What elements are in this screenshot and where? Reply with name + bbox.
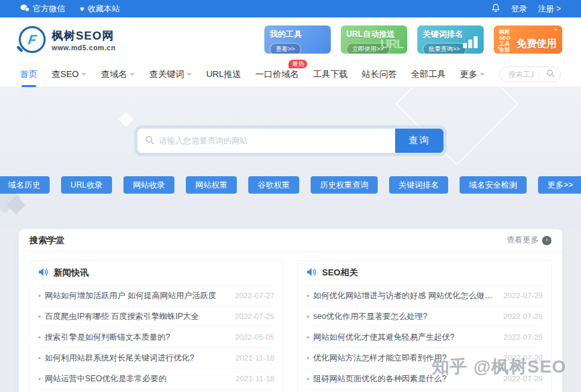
tool-search-button[interactable] (540, 67, 560, 82)
query-button[interactable]: 查询 (395, 129, 443, 153)
quick-link-more[interactable]: 更多>> (538, 176, 581, 194)
quick-link-url-index[interactable]: URL收录 (61, 176, 112, 194)
chevron-down-icon (187, 73, 192, 76)
view-more-link[interactable]: 查看更多 › (507, 235, 551, 246)
promo-title: 免费使用 (517, 38, 557, 50)
tool-search-input[interactable] (500, 70, 539, 78)
card-title: 搜索学堂 (30, 235, 64, 247)
site-logo[interactable]: F 枫树SEO网 www.md5.com.cn (19, 26, 115, 53)
promo-action-button[interactable]: 查看>> (270, 43, 301, 54)
favorite-label: 收藏本站 (88, 3, 120, 15)
list-item[interactable]: •网站如何优化才使其避免轻易产生起伏?2022-07-29 (307, 326, 543, 347)
quick-link-google-weight[interactable]: 谷歌权重 (248, 176, 299, 194)
list-item[interactable]: •企业网站页面优化有什么常规的过程与阶段?2022-07-29 (307, 389, 543, 392)
list-item[interactable]: •网站运营中SEO优化是非常必要的2021-11-18 (38, 368, 274, 389)
more-circle-icon: › (542, 236, 551, 245)
promo-card-url-push[interactable]: URL自动推送 立即使用>> URL (341, 25, 407, 54)
nav-item-cha-seo[interactable]: 查SEO (52, 68, 87, 80)
promo-card-free-use[interactable]: ✦ ✦ 枫树SEO工具 全部权益 免费使用 点击查看>> (494, 25, 562, 54)
heart-icon: ♥ (80, 5, 85, 13)
nav-item-url-push[interactable]: URL推送 (206, 68, 241, 80)
site-query-bar: 查询 (138, 129, 443, 153)
search-icon (546, 69, 555, 80)
promo-card-keyword-rank[interactable]: 关键词排名 批量查询>> (417, 25, 484, 54)
quick-links-row: 域名历史 URL收录 网站收录 网站权重 谷歌权重 历史权重查询 关键词排名 域… (0, 176, 581, 194)
quick-link-domain-security[interactable]: 域名安全检测 (460, 176, 527, 194)
nav-item-fixed-price-domain[interactable]: 一口价域名 最热 (255, 68, 299, 80)
site-url: www.md5.com.cn (52, 44, 115, 52)
topbar: 官方微信 ♥ 收藏本站 登录 注册 > (0, 0, 581, 17)
logo-magnifier-icon: F (19, 26, 46, 53)
list-item[interactable]: •如何优化网站增进与访者的好感 网站优化怎么做才能吸引访者浏览2022-07-2… (307, 285, 543, 306)
wechat-label: 官方微信 (33, 3, 65, 15)
site-query-input[interactable] (138, 129, 395, 153)
main-nav: 首页 查SEO 查域名 查关键词 URL推送 一口价域名 最热 工具下载 站长问… (0, 62, 581, 87)
search-school-card: 搜索学堂 查看更多 › 新闻快讯 •网站如何增加活跃用户 如何提高网站用户活跃度… (19, 229, 562, 392)
tool-search-box (499, 66, 561, 82)
quick-link-site-index[interactable]: 网站收录 (123, 176, 174, 194)
chevron-down-icon (480, 73, 485, 76)
column-title: 新闻快讯 (54, 267, 89, 279)
site-name: 枫树SEO网 (52, 28, 115, 44)
login-link[interactable]: 登录 (511, 3, 527, 15)
chevron-down-icon (129, 73, 135, 76)
nav-item-home[interactable]: 首页 (20, 68, 38, 80)
nav-item-cha-domain[interactable]: 查域名 (101, 68, 135, 80)
register-link[interactable]: 注册 > (538, 3, 561, 15)
nav-item-all-tools[interactable]: 全部工具 (411, 68, 445, 80)
column-title: SEO相关 (322, 267, 358, 279)
sparkle-icon: ✦ (496, 45, 501, 51)
decor-diamond (395, 87, 519, 166)
hero-section: 查询 域名历史 URL收录 网站收录 网站权重 谷歌权重 历史权重查询 关键词排… (0, 87, 581, 229)
chevron-down-icon (81, 73, 87, 76)
list-item[interactable]: •阻碍网站页面优化的各种因素是什么?2022-07-29 (307, 368, 543, 389)
list-item[interactable]: •seo优化作用不显著要怎么处理?2022-07-29 (307, 306, 543, 326)
news-column: 新闻快讯 •网站如何增加活跃用户 如何提高网站用户活跃度2022-07-27 •… (29, 260, 284, 392)
list-item[interactable]: •优化网站方法怎样才能立即看到作用?2022-07-29 (307, 347, 543, 368)
list-item[interactable]: •如何利用站群系统对长尾关键词进行优化?2021-11-18 (38, 347, 274, 368)
search-icon (145, 135, 154, 147)
header: F 枫树SEO网 www.md5.com.cn 我的工具 查看>> URL自动推… (0, 17, 581, 62)
decor-diamond (119, 112, 134, 127)
wechat-link[interactable]: 官方微信 (20, 3, 65, 15)
quick-link-domain-history[interactable]: 域名历史 (0, 176, 50, 194)
list-item[interactable]: •如何利用站群系统对网站进行长尾关键词优化?2021-11-17 (38, 389, 274, 392)
promo-tagline-1: 枫树SEO工具 (499, 29, 515, 47)
nav-item-more[interactable]: 更多 (460, 68, 485, 80)
promo-title: 我的工具 (270, 29, 325, 40)
list-item[interactable]: •搜索引擎是如何判断锚文本质量的?2022-05-05 (38, 326, 274, 347)
hot-badge: 最热 (288, 60, 307, 69)
bell-icon[interactable] (491, 3, 500, 15)
nav-item-tool-download[interactable]: 工具下载 (313, 68, 348, 80)
speaker-icon (38, 267, 48, 279)
chart-bars-icon (463, 36, 478, 48)
quick-link-history-weight[interactable]: 历史权重查询 (311, 176, 378, 194)
promo-tagline-2: 全部权益 (499, 47, 515, 54)
quick-link-site-weight[interactable]: 网站权重 (186, 176, 237, 194)
promo-action-button[interactable]: 批量查询>> (423, 43, 466, 54)
list-item[interactable]: •网站如何增加活跃用户 如何提高网站用户活跃度2022-07-27 (38, 285, 274, 306)
speaker-icon (307, 267, 317, 279)
seo-column: SEO相关 •如何优化网站增进与访者的好感 网站优化怎么做才能吸引访者浏览202… (297, 260, 552, 392)
nav-item-cha-keyword[interactable]: 查关键词 (149, 68, 192, 80)
url-icon: URL (380, 38, 403, 52)
sparkle-icon: ✦ (553, 27, 558, 33)
quick-link-keyword-rank[interactable]: 关键词排名 (389, 176, 448, 194)
favorite-link[interactable]: ♥ 收藏本站 (80, 3, 120, 15)
list-item[interactable]: •百度爬虫IP有哪些 百度搜索引擎蜘蛛IP大全2022-07-25 (38, 306, 274, 326)
wechat-icon (20, 4, 30, 14)
promo-card-my-tools[interactable]: 我的工具 查看>> (264, 25, 331, 54)
nav-item-webmaster-qa[interactable]: 站长问答 (362, 68, 397, 80)
